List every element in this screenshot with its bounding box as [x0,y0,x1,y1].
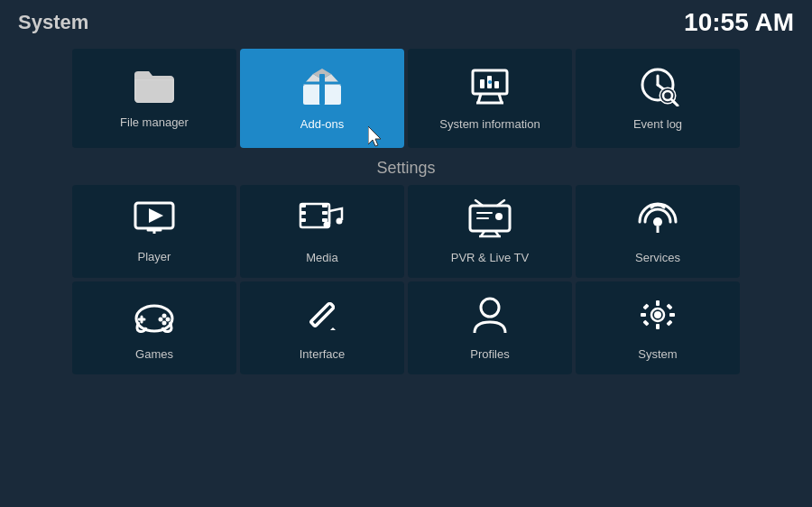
svg-rect-58 [642,303,649,309]
svg-rect-1 [319,74,325,105]
svg-point-52 [481,299,499,317]
svg-rect-57 [669,313,675,317]
svg-point-39 [495,213,503,220]
tile-player[interactable]: Player [72,185,236,278]
tile-services[interactable]: Services [576,185,740,278]
svg-rect-60 [642,319,649,326]
app-title: System [18,11,88,34]
top-tiles-row: File manager Add-ons [0,49,812,148]
svg-point-9 [488,80,492,84]
system-label: System [638,347,677,361]
svg-rect-26 [322,204,328,207]
tile-file-manager[interactable]: File manager [72,49,236,148]
games-icon [132,295,177,338]
tile-games[interactable]: Games [72,281,236,374]
svg-rect-27 [322,211,328,215]
event-log-icon [635,67,680,110]
profiles-icon [467,295,512,338]
tile-interface[interactable]: Interface [240,281,404,374]
topbar: System 10:55 AM [0,0,812,45]
interface-label: Interface [300,347,346,361]
media-icon [299,198,346,242]
svg-point-46 [166,318,171,322]
player-label: Player [138,250,171,263]
svg-rect-24 [300,211,306,215]
games-label: Games [135,347,173,361]
svg-point-45 [162,314,167,318]
svg-point-62 [654,311,661,318]
profiles-label: Profiles [470,347,509,361]
svg-point-29 [324,222,330,228]
settings-grid: Player Media [0,185,812,374]
svg-rect-54 [656,300,660,306]
pvr-label: PVR & Live TV [451,251,529,264]
svg-point-30 [337,218,343,225]
svg-rect-23 [300,204,306,207]
svg-rect-59 [666,303,672,309]
interface-icon [300,295,345,338]
tile-pvr-live-tv[interactable]: PVR & Live TV [408,185,572,278]
svg-rect-61 [666,319,672,326]
file-manager-label: File manager [120,115,189,129]
system-icon [635,295,680,338]
tile-system[interactable]: System [576,281,740,374]
svg-rect-25 [300,218,306,222]
svg-rect-56 [641,313,646,317]
add-ons-label: Add-ons [300,117,344,131]
folder-icon [133,69,176,108]
tile-profiles[interactable]: Profiles [408,281,572,374]
services-label: Services [635,251,680,264]
player-icon [132,199,177,241]
event-log-label: Event log [633,117,682,131]
svg-point-40 [653,217,662,226]
media-label: Media [306,251,337,264]
settings-section-label: Settings [0,159,812,178]
svg-rect-28 [322,218,328,222]
system-information-label: System information [439,117,540,131]
svg-rect-8 [494,81,499,88]
addons-icon [300,67,345,110]
svg-point-48 [159,318,163,322]
svg-rect-55 [656,324,660,329]
svg-marker-19 [149,208,163,223]
tile-system-information[interactable]: System information [408,49,572,148]
svg-rect-6 [480,79,484,88]
clock: 10:55 AM [684,8,794,37]
tile-event-log[interactable]: Event log [576,49,740,148]
svg-rect-50 [311,303,334,326]
tile-media[interactable]: Media [240,185,404,278]
tile-add-ons[interactable]: Add-ons [240,49,404,148]
svg-point-47 [162,321,167,326]
pvr-icon [466,198,513,242]
svg-rect-31 [470,206,510,231]
system-info-icon [467,67,512,110]
services-icon [636,198,679,242]
svg-marker-51 [330,327,336,330]
